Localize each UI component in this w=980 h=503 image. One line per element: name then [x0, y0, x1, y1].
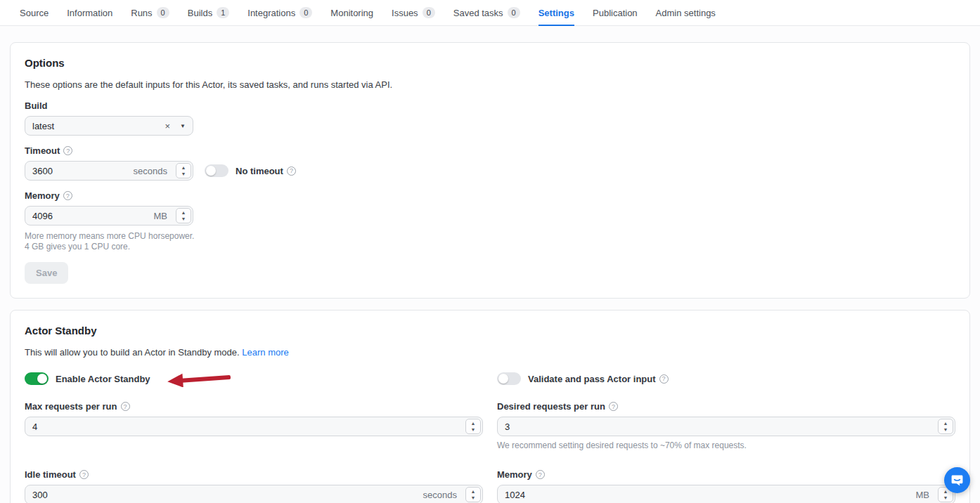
tab-label: Saved tasks — [453, 8, 503, 18]
tab-saved-tasks[interactable]: Saved tasks0 — [453, 0, 520, 25]
stepper-up-icon[interactable]: ▲ — [181, 209, 186, 216]
info-icon[interactable]: ? — [287, 166, 296, 176]
stepper-up-icon[interactable]: ▲ — [471, 488, 476, 495]
tab-builds[interactable]: Builds1 — [188, 0, 230, 25]
memory-stepper[interactable]: ▲ ▼ — [176, 208, 191, 223]
no-timeout-toggle[interactable] — [205, 164, 228, 177]
actor-tab-bar: Source Information Runs0 Builds1 Integra… — [0, 0, 980, 26]
tab-information[interactable]: Information — [67, 0, 112, 25]
toggle-knob — [37, 374, 47, 384]
stepper-down-icon[interactable]: ▼ — [943, 426, 948, 433]
memory-help-line2: 4 GB gives you 1 CPU core. — [25, 242, 955, 252]
memory-unit: MB — [154, 211, 168, 221]
max-requests-input[interactable]: 4 ▲ ▼ — [25, 417, 483, 436]
standby-memory-input[interactable]: 1024 MB ▲ ▼ — [497, 485, 955, 503]
info-icon[interactable]: ? — [63, 191, 72, 200]
stepper-down-icon[interactable]: ▼ — [181, 171, 186, 177]
toggle-knob — [498, 374, 508, 384]
chat-bubble-icon — [950, 473, 964, 487]
idle-timeout-unit: seconds — [423, 490, 457, 500]
tab-runs[interactable]: Runs0 — [131, 0, 169, 25]
timeout-input[interactable]: 3600 seconds ▲ ▼ — [25, 161, 193, 181]
memory-label: Memory ? — [25, 190, 955, 201]
timeout-unit: seconds — [134, 166, 167, 176]
build-select-value: latest — [32, 121, 165, 131]
stepper-down-icon[interactable]: ▼ — [181, 216, 186, 222]
chat-widget-button[interactable] — [944, 467, 970, 493]
standby-card-title: Actor Standby — [25, 325, 955, 337]
tab-settings[interactable]: Settings — [539, 0, 574, 25]
tab-label: Source — [20, 8, 49, 18]
tab-label: Runs — [131, 8, 152, 18]
runs-count-badge: 0 — [157, 7, 169, 18]
tab-monitoring[interactable]: Monitoring — [330, 0, 373, 25]
issues-count-badge: 0 — [423, 7, 435, 18]
learn-more-link[interactable]: Learn more — [242, 347, 288, 358]
info-icon[interactable]: ? — [536, 470, 545, 479]
max-requests-value: 4 — [32, 422, 461, 432]
info-icon[interactable]: ? — [63, 146, 72, 155]
clear-icon[interactable]: × — [165, 121, 170, 131]
desired-requests-help: We recommend setting desired requests to… — [497, 440, 955, 451]
tab-issues[interactable]: Issues0 — [392, 0, 435, 25]
tab-label: Admin settings — [656, 8, 716, 18]
build-label: Build — [25, 100, 955, 111]
settings-page: Options These options are the default in… — [0, 26, 980, 503]
chevron-down-icon[interactable]: ▼ — [180, 123, 186, 129]
memory-help-line1: More memory means more CPU horsepower. — [25, 231, 955, 242]
idle-timeout-stepper[interactable]: ▲ ▼ — [465, 487, 481, 502]
desired-requests-field: Desired requests per run ? 3 ▲ ▼ We reco… — [497, 401, 955, 451]
stepper-down-icon[interactable]: ▼ — [471, 426, 476, 433]
memory-input[interactable]: 4096 MB ▲ ▼ — [25, 206, 193, 226]
tab-publication[interactable]: Publication — [593, 0, 638, 25]
stepper-down-icon[interactable]: ▼ — [471, 495, 476, 501]
red-annotation-arrow-icon — [167, 370, 232, 387]
info-icon[interactable]: ? — [609, 402, 618, 411]
saved-tasks-count-badge: 0 — [508, 7, 520, 18]
info-icon[interactable]: ? — [121, 402, 130, 411]
timeout-value: 3600 — [32, 166, 134, 176]
options-card-title: Options — [25, 57, 955, 69]
max-requests-field: Max requests per run ? 4 ▲ ▼ — [25, 401, 483, 451]
builds-count-badge: 1 — [217, 7, 229, 18]
max-requests-stepper[interactable]: ▲ ▼ — [465, 419, 481, 434]
tab-integrations[interactable]: Integrations0 — [247, 0, 312, 25]
options-card-description: These options are the default inputs for… — [25, 79, 955, 90]
options-card: Options These options are the default in… — [10, 42, 970, 299]
idle-timeout-value: 300 — [32, 490, 423, 500]
info-icon[interactable]: ? — [659, 374, 669, 384]
tab-label: Information — [67, 8, 112, 18]
actor-standby-card: Actor Standby This will allow you to bui… — [10, 310, 970, 503]
validate-actor-input-toggle[interactable] — [497, 372, 521, 385]
tab-source[interactable]: Source — [20, 0, 49, 25]
standby-card-description: This will allow you to build an Actor in… — [25, 347, 955, 358]
idle-timeout-input[interactable]: 300 seconds ▲ ▼ — [25, 485, 483, 503]
tab-label: Issues — [392, 8, 418, 18]
desired-requests-label: Desired requests per run ? — [497, 401, 955, 412]
standby-memory-field: Memory ? 1024 MB ▲ ▼ More memory means m… — [497, 469, 955, 503]
tab-label: Monitoring — [330, 8, 373, 18]
standby-memory-value: 1024 — [505, 490, 916, 500]
stepper-down-icon[interactable]: ▼ — [943, 495, 948, 501]
info-icon[interactable]: ? — [79, 470, 89, 479]
enable-actor-standby-toggle[interactable] — [25, 372, 49, 385]
desired-requests-stepper[interactable]: ▲ ▼ — [938, 419, 953, 434]
save-button[interactable]: Save — [25, 262, 68, 284]
build-select[interactable]: latest × ▼ — [25, 116, 193, 136]
timeout-label: Timeout ? — [25, 145, 955, 156]
no-timeout-label: No timeout ? — [236, 166, 296, 176]
stepper-up-icon[interactable]: ▲ — [943, 420, 948, 426]
tab-label: Settings — [539, 8, 574, 18]
integrations-count-badge: 0 — [299, 7, 312, 18]
tab-label: Integrations — [247, 8, 295, 18]
idle-timeout-label: Idle timeout ? — [25, 469, 483, 480]
enable-actor-standby-label: Enable Actor Standby — [56, 374, 150, 384]
memory-value: 4096 — [32, 211, 154, 221]
desired-requests-input[interactable]: 3 ▲ ▼ — [497, 417, 955, 436]
tab-label: Builds — [188, 8, 212, 18]
tab-admin-settings[interactable]: Admin settings — [656, 0, 716, 25]
stepper-up-icon[interactable]: ▲ — [181, 164, 186, 171]
toggle-knob — [206, 166, 216, 176]
stepper-up-icon[interactable]: ▲ — [471, 420, 476, 426]
timeout-stepper[interactable]: ▲ ▼ — [176, 163, 191, 178]
